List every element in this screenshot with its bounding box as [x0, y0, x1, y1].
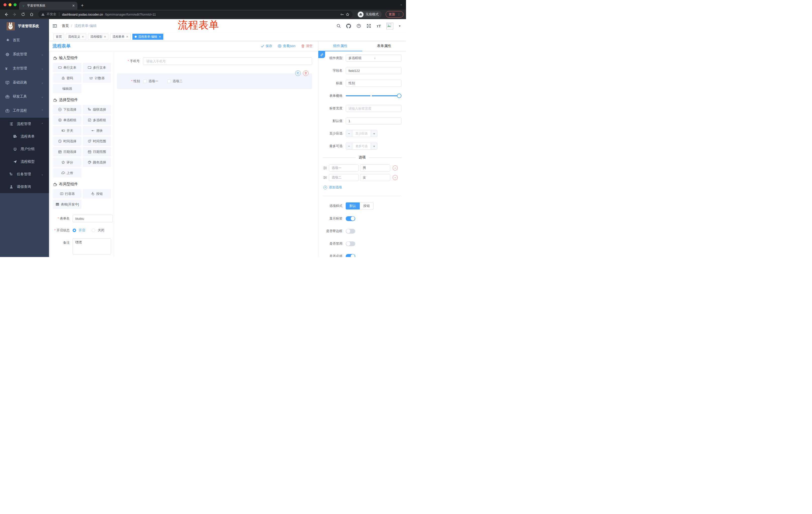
tag-process-definition[interactable]: 流程定义✕: [66, 34, 86, 40]
default-value-input[interactable]: [346, 117, 402, 125]
help-icon[interactable]: [356, 24, 361, 28]
palette-item-time-range[interactable]: 时间范围: [83, 137, 111, 146]
palette-item-checkbox-group[interactable]: 多选框组: [83, 115, 111, 125]
tab-search-caret-icon[interactable]: ⌄: [400, 2, 403, 6]
drag-handle-icon[interactable]: [323, 166, 327, 170]
radio-off[interactable]: [92, 228, 95, 232]
reload-button[interactable]: [20, 11, 27, 18]
form-remark-input[interactable]: 嘿嘿: [72, 238, 111, 254]
back-button[interactable]: [2, 11, 9, 18]
border-toggle[interactable]: [346, 229, 355, 234]
fullscreen-icon[interactable]: [366, 24, 371, 28]
save-button[interactable]: 保存: [261, 44, 272, 48]
tab-form-props[interactable]: 表单属性: [362, 41, 406, 51]
type-select[interactable]: 多选框组∨: [346, 55, 402, 62]
style-button-button[interactable]: 按钮: [360, 202, 374, 210]
radio-on-label[interactable]: 开启: [79, 228, 85, 233]
sidebar-item-process-model[interactable]: 流程模型: [0, 155, 49, 168]
remove-option-button[interactable]: −: [393, 165, 398, 170]
form-canvas[interactable]: 手机号 性别: [114, 51, 318, 257]
breadcrumb-home[interactable]: 首页: [62, 24, 69, 28]
copy-component-button[interactable]: [295, 71, 301, 76]
title-input[interactable]: [346, 80, 402, 87]
clear-button[interactable]: 清空: [301, 44, 313, 48]
github-icon[interactable]: [346, 24, 351, 28]
gender-option-2[interactable]: 选项二: [167, 79, 182, 83]
min-select-stepper[interactable]: − 至少应选 +: [346, 130, 377, 137]
address-bar[interactable]: 不安全 dashboard.yudao.iocoder.cn/bpm/manag…: [38, 11, 352, 18]
form-name-input[interactable]: [72, 215, 113, 222]
disabled-toggle[interactable]: [346, 241, 355, 246]
min-select-value[interactable]: 至少应选: [352, 130, 371, 137]
palette-item-password[interactable]: 密码: [53, 74, 81, 83]
tag-close-icon[interactable]: ✕: [82, 35, 84, 38]
tag-process-form[interactable]: 流程表单✕: [110, 34, 130, 40]
zoom-window-button[interactable]: [13, 3, 17, 6]
palette-item-switch[interactable]: 开关: [53, 126, 81, 135]
palette-item-cascader[interactable]: 级联选择: [83, 105, 111, 114]
sidebar-item-user-group[interactable]: 用户分组: [0, 143, 49, 155]
tag-close-icon[interactable]: ✕: [159, 35, 161, 38]
tag-process-form-edit[interactable]: 流程表单-编辑✕: [133, 34, 163, 40]
sidebar-item-devtools[interactable]: 研发工具 ⌄: [0, 89, 49, 104]
palette-item-table[interactable]: 表格[开发中]: [53, 200, 81, 209]
drag-handle-icon[interactable]: [323, 175, 327, 180]
palette-item-radio-group[interactable]: 单选框组: [53, 115, 81, 125]
bookmark-star-icon[interactable]: [346, 12, 349, 16]
tag-close-icon[interactable]: ✕: [104, 35, 106, 38]
tab-close-icon[interactable]: ✕: [72, 4, 75, 7]
tag-close-icon[interactable]: ✕: [126, 35, 128, 38]
style-default-button[interactable]: 默认: [346, 202, 360, 210]
sidebar-item-payment[interactable]: ¥ 支付管理 ⌄: [0, 61, 49, 76]
palette-item-select[interactable]: 下拉选择: [53, 105, 81, 114]
security-label[interactable]: 不安全: [47, 12, 56, 17]
forward-button[interactable]: [11, 11, 18, 18]
sidebar-item-home[interactable]: 首页: [0, 33, 49, 47]
max-select-stepper[interactable]: − 最多可选 +: [346, 142, 377, 150]
tab-component-props[interactable]: 组件属性: [318, 41, 362, 51]
option-value-input[interactable]: [360, 164, 390, 171]
font-size-icon[interactable]: ᴛT: [376, 24, 381, 28]
view-json-button[interactable]: 查看json: [278, 44, 295, 48]
max-select-value[interactable]: 最多可选: [352, 143, 371, 150]
remove-option-button[interactable]: −: [393, 175, 398, 180]
palette-item-rate[interactable]: 评分: [53, 158, 81, 167]
palette-item-color-picker[interactable]: 颜色选择: [83, 158, 111, 167]
plus-button[interactable]: +: [371, 143, 377, 150]
phone-input[interactable]: [143, 57, 312, 65]
delete-component-button[interactable]: [303, 71, 309, 76]
palette-item-upload[interactable]: 上传: [53, 168, 81, 178]
sidebar-item-workflow[interactable]: 工作流程 ⌃: [0, 104, 49, 118]
search-icon[interactable]: [336, 24, 341, 28]
required-toggle[interactable]: [346, 254, 355, 257]
checkbox-icon[interactable]: [167, 79, 171, 83]
radio-on[interactable]: [72, 228, 76, 232]
traffic-lights[interactable]: [3, 3, 17, 6]
canvas-field-gender-selected[interactable]: 性别 选项一 选项二: [117, 74, 312, 89]
palette-item-multi-text[interactable]: 多行文本: [83, 63, 111, 72]
add-option-button[interactable]: + 添加选项: [323, 185, 402, 190]
chrome-menu-icon[interactable]: ⋮: [398, 12, 401, 16]
palette-item-row-container[interactable]: 行容器: [53, 189, 81, 198]
tag-home[interactable]: 首页: [54, 34, 64, 40]
plus-button[interactable]: +: [371, 130, 377, 137]
tag-process-model[interactable]: 流程模型✕: [88, 34, 108, 40]
home-button[interactable]: [28, 11, 35, 18]
sidebar-item-process-mgmt[interactable]: 流程管理 ⌃: [0, 118, 49, 130]
new-tab-button[interactable]: +: [81, 3, 84, 8]
option-label-input[interactable]: [329, 174, 358, 181]
avatar-caret-icon[interactable]: ▼: [399, 25, 401, 27]
sidebar-logo[interactable]: 芋道管理系统: [0, 19, 49, 33]
palette-item-slider[interactable]: 滑块: [83, 126, 111, 135]
minimize-window-button[interactable]: [8, 3, 11, 6]
sidebar-item-task-mgmt[interactable]: 任务管理 ⌄: [0, 168, 49, 181]
warning-icon[interactable]: [41, 12, 45, 16]
sidebar-item-infra[interactable]: 基础设施 ⌄: [0, 76, 49, 89]
option-label-input[interactable]: [329, 164, 358, 171]
palette-item-button[interactable]: 按钮: [83, 189, 111, 198]
update-button[interactable]: 更新 ⋮: [386, 11, 404, 18]
palette-item-date-picker[interactable]: 日期选择: [53, 147, 81, 156]
palette-item-date-range[interactable]: 日期范围: [83, 147, 111, 156]
link-icon[interactable]: [318, 51, 325, 58]
checkbox-icon[interactable]: [143, 79, 147, 83]
